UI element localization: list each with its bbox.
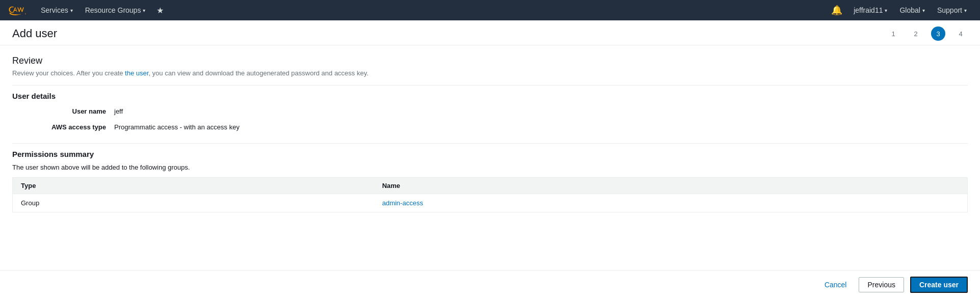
review-subtitle: Review your choices. After you create th… — [12, 69, 968, 77]
group-link[interactable]: admin-access — [382, 199, 423, 207]
col-type-header: Type — [13, 178, 374, 194]
support-chevron-icon: ▾ — [964, 8, 967, 13]
create-user-button[interactable]: Create user — [910, 277, 968, 293]
cancel-button[interactable]: Cancel — [818, 278, 853, 292]
step-2: 2 — [909, 26, 923, 41]
footer: Cancel Previous Create user — [0, 270, 980, 299]
permissions-table: Type Name Group admin-access — [12, 177, 968, 212]
notifications-bell-icon[interactable]: 🔔 — [827, 5, 846, 16]
step-3-active: 3 — [931, 26, 945, 41]
user-name-value: jeff — [114, 107, 123, 115]
permissions-note: The user shown above will be added to th… — [12, 164, 968, 171]
review-title: Review — [12, 56, 968, 66]
divider-1 — [12, 85, 968, 86]
table-row: Group admin-access — [13, 194, 968, 212]
user-menu[interactable]: jeffraid11 ▾ — [848, 0, 892, 20]
user-link[interactable]: the user — [125, 69, 148, 77]
user-name-row: User name jeff — [12, 105, 968, 117]
row-name: admin-access — [374, 194, 967, 212]
step-4: 4 — [953, 26, 968, 41]
permissions-section: Permissions summary The user shown above… — [12, 143, 968, 212]
user-chevron-icon: ▾ — [885, 8, 887, 13]
aws-access-type-value: Programmatic access - with an access key — [114, 123, 240, 131]
services-chevron-icon: ▾ — [70, 8, 73, 13]
resource-groups-chevron-icon: ▾ — [143, 8, 145, 13]
support-menu[interactable]: Support ▾ — [932, 0, 972, 20]
aws-logo[interactable] — [8, 4, 28, 16]
steps-indicator: 1 2 3 4 — [886, 26, 968, 41]
row-type: Group — [13, 194, 374, 212]
user-name-label: User name — [12, 107, 114, 115]
aws-access-type-row: AWS access type Programmatic access - wi… — [12, 121, 968, 133]
permissions-title: Permissions summary — [12, 150, 968, 158]
top-nav: Services ▾ Resource Groups ▾ ★ 🔔 jeffrai… — [0, 0, 980, 20]
user-details-title: User details — [12, 92, 968, 100]
page-title: Add user — [12, 27, 57, 40]
resource-groups-nav[interactable]: Resource Groups ▾ — [80, 0, 151, 20]
main-wrapper: Add user 1 2 3 4 Review Review your choi… — [0, 20, 980, 299]
previous-button[interactable]: Previous — [859, 277, 904, 292]
nav-right: 🔔 jeffraid11 ▾ Global ▾ Support ▾ — [827, 0, 972, 20]
region-chevron-icon: ▾ — [922, 8, 925, 13]
divider-2 — [12, 143, 968, 144]
col-name-header: Name — [374, 178, 967, 194]
favorites-star-icon[interactable]: ★ — [152, 6, 168, 15]
aws-access-type-label: AWS access type — [12, 123, 114, 131]
region-menu[interactable]: Global ▾ — [894, 0, 930, 20]
content-body: Review Review your choices. After you cr… — [0, 45, 980, 223]
page-header: Add user 1 2 3 4 — [0, 20, 980, 45]
step-1: 1 — [886, 26, 900, 41]
services-nav[interactable]: Services ▾ — [36, 0, 78, 20]
